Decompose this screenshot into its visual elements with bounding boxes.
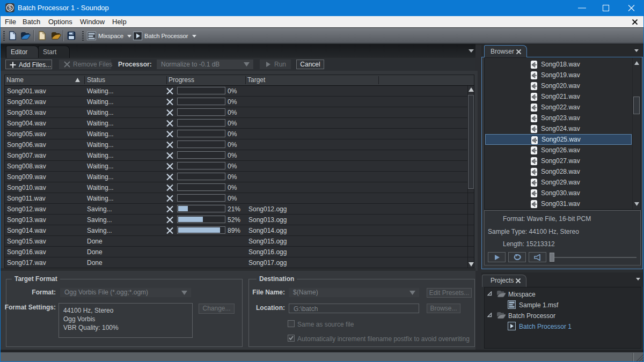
svg-text:S: S <box>8 5 12 11</box>
